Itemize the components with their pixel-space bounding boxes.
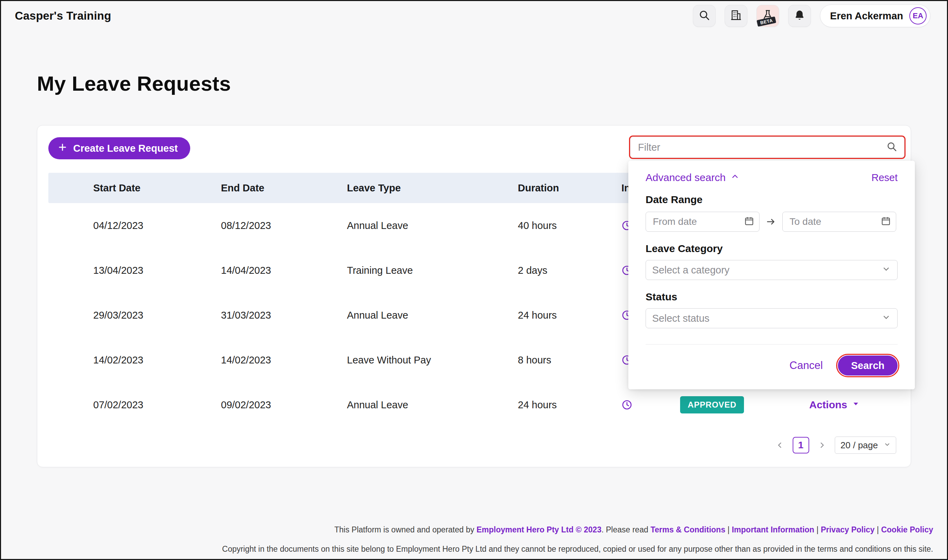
arrow-right-icon xyxy=(766,217,776,227)
panel-divider xyxy=(645,344,898,345)
cell-start-date: 29/03/2023 xyxy=(93,310,221,321)
notifications-button[interactable] xyxy=(788,5,811,27)
top-bar: Casper's Training BETA Eren Ackerman EA xyxy=(1,1,947,31)
search-icon xyxy=(698,9,710,22)
create-leave-request-label: Create Leave Request xyxy=(73,143,178,154)
important-information-link[interactable]: Important Information xyxy=(732,525,814,534)
page-size-value: 20 / page xyxy=(841,440,878,451)
filter-input[interactable] xyxy=(637,142,886,154)
leave-category-placeholder: Select a category xyxy=(652,265,729,276)
calendar-icon[interactable] xyxy=(744,216,754,228)
cell-duration: 8 hours xyxy=(518,354,621,366)
cell-duration: 24 hours xyxy=(518,310,621,321)
column-header-start-date: Start Date xyxy=(93,182,221,194)
column-header-end-date: End Date xyxy=(221,182,347,194)
beta-features-button[interactable]: BETA xyxy=(757,5,779,27)
user-menu[interactable]: Eren Ackerman EA xyxy=(820,5,930,27)
organisation-button[interactable] xyxy=(725,5,747,27)
footer-text: . Please read xyxy=(601,525,650,534)
advanced-search-toggle[interactable]: Advanced search xyxy=(645,172,740,183)
leave-category-select[interactable]: Select a category xyxy=(645,260,898,280)
cell-end-date: 08/12/2023 xyxy=(221,220,347,231)
status-badge: APPROVED xyxy=(680,396,744,414)
footer-separator: | xyxy=(874,525,881,534)
pagination: 1 20 / page xyxy=(37,437,911,467)
footer-text: This Platform is owned and operated by xyxy=(334,525,476,534)
page-footer: This Platform is owned and operated by E… xyxy=(1,525,947,554)
from-date-field[interactable] xyxy=(645,212,760,232)
cell-duration: 24 hours xyxy=(518,399,621,411)
cell-start-date: 04/12/2023 xyxy=(93,220,221,231)
search-button[interactable] xyxy=(693,5,716,27)
status-label: Status xyxy=(645,291,898,303)
cancel-button[interactable]: Cancel xyxy=(789,359,823,372)
avatar: EA xyxy=(909,7,926,25)
cell-start-date: 13/04/2023 xyxy=(93,265,221,276)
leave-category-label: Leave Category xyxy=(645,243,898,254)
top-bar-actions: BETA Eren Ackerman EA xyxy=(693,5,930,27)
cell-end-date: 14/04/2023 xyxy=(221,265,347,276)
from-date-input[interactable] xyxy=(652,216,744,228)
cell-start-date: 14/02/2023 xyxy=(93,354,221,366)
cell-leave-type: Training Leave xyxy=(347,265,518,276)
footer-separator: | xyxy=(814,525,821,534)
footer-line-2: Copyright in the documents on this site … xyxy=(15,544,933,554)
advanced-search-panel: Advanced search Reset Date Range xyxy=(628,161,915,389)
main-content: My Leave Requests Create Leave Request S… xyxy=(1,31,947,467)
building-icon xyxy=(730,9,742,22)
footer-separator: | xyxy=(725,525,732,534)
page-number[interactable]: 1 xyxy=(793,437,809,454)
calendar-icon[interactable] xyxy=(881,216,891,228)
cell-duration: 2 days xyxy=(518,265,621,276)
chevron-down-icon xyxy=(883,440,891,451)
cell-leave-type: Annual Leave xyxy=(347,399,518,411)
reset-link[interactable]: Reset xyxy=(871,172,898,183)
plus-icon xyxy=(57,142,68,155)
user-name: Eren Ackerman xyxy=(830,10,903,22)
employment-hero-link[interactable]: Employment Hero Pty Ltd © 2023 xyxy=(476,525,601,534)
date-range-row xyxy=(645,212,898,232)
leave-requests-card: Create Leave Request Start Date End Date… xyxy=(37,125,911,467)
filter-field[interactable] xyxy=(630,137,905,158)
clock-icon[interactable] xyxy=(621,399,680,410)
bell-icon xyxy=(794,9,805,22)
beta-badge: BETA xyxy=(757,17,777,27)
cell-end-date: 09/02/2023 xyxy=(221,399,347,411)
status-select[interactable]: Select status xyxy=(645,308,898,328)
status-cell: APPROVED xyxy=(680,396,770,414)
chevron-down-icon xyxy=(882,264,891,276)
panel-actions: Cancel Search xyxy=(645,355,898,375)
to-date-field[interactable] xyxy=(782,212,896,232)
next-page-button[interactable] xyxy=(817,440,827,450)
cell-leave-type: Annual Leave xyxy=(347,310,518,321)
privacy-policy-link[interactable]: Privacy Policy xyxy=(821,525,874,534)
terms-conditions-link[interactable]: Terms & Conditions xyxy=(650,525,725,534)
cookie-policy-link[interactable]: Cookie Policy xyxy=(881,525,933,534)
caret-down-icon xyxy=(851,399,860,411)
status-placeholder: Select status xyxy=(652,313,709,324)
chevron-up-icon xyxy=(730,172,740,183)
to-date-input[interactable] xyxy=(789,216,881,228)
cell-leave-type: Leave Without Pay xyxy=(347,354,518,366)
cell-end-date: 31/03/2023 xyxy=(221,310,347,321)
cell-start-date: 07/02/2023 xyxy=(93,399,221,411)
cell-leave-type: Annual Leave xyxy=(347,220,518,231)
column-header-leave-type: Leave Type xyxy=(347,182,518,194)
date-range-label: Date Range xyxy=(645,194,898,206)
cell-duration: 40 hours xyxy=(518,220,621,231)
search-submit-button[interactable]: Search xyxy=(838,355,898,375)
page-size-select[interactable]: 20 / page xyxy=(835,437,896,454)
chevron-down-icon xyxy=(882,312,891,325)
app-title: Casper's Training xyxy=(15,9,111,22)
previous-page-button[interactable] xyxy=(775,440,785,450)
actions-label: Actions xyxy=(809,399,847,411)
column-header-duration: Duration xyxy=(518,182,621,194)
search-icon xyxy=(886,141,897,154)
advanced-search-header: Advanced search Reset xyxy=(645,172,898,183)
page-title: My Leave Requests xyxy=(37,71,911,96)
create-leave-request-button[interactable]: Create Leave Request xyxy=(48,137,190,159)
footer-line-1: This Platform is owned and operated by E… xyxy=(15,525,933,535)
cell-end-date: 14/02/2023 xyxy=(221,354,347,366)
advanced-search-label: Advanced search xyxy=(645,172,726,183)
actions-menu-button[interactable]: Actions xyxy=(770,399,900,411)
